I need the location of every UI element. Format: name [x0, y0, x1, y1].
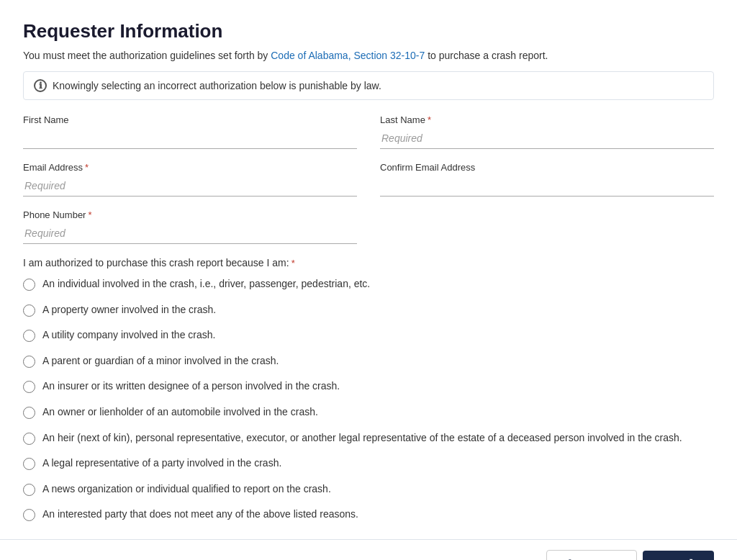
info-icon: ℹ: [34, 79, 47, 92]
intro-text: You must meet the authorization guidelin…: [23, 50, 714, 61]
radio-input-5[interactable]: [23, 407, 35, 419]
radio-input-1[interactable]: [23, 304, 35, 317]
previous-button[interactable]: ❮ Previous: [546, 550, 637, 560]
radio-label-2: A utility company involved in the crash.: [42, 328, 215, 343]
radio-label-0: An individual involved in the crash, i.e…: [42, 277, 370, 292]
radio-input-3[interactable]: [23, 356, 35, 368]
radio-input-8[interactable]: [23, 484, 35, 496]
phone-label: Phone Number*: [23, 209, 357, 220]
radio-label-8: A news organization or individual qualif…: [42, 482, 331, 497]
radio-input-6[interactable]: [23, 433, 35, 445]
email-group: Email Address*: [23, 162, 357, 197]
radio-item[interactable]: A news organization or individual qualif…: [23, 482, 714, 500]
email-input[interactable]: [23, 176, 357, 197]
authorization-label: I am authorized to purchase this crash r…: [23, 257, 714, 268]
radio-input-9[interactable]: [23, 509, 35, 521]
info-banner: ℹ Knowingly selecting an incorrect autho…: [23, 71, 714, 100]
confirm-email-group: Confirm Email Address: [380, 162, 714, 197]
footer-bar: ❮ Previous Next ❯: [0, 539, 737, 560]
first-name-input[interactable]: [23, 128, 357, 149]
next-button[interactable]: Next ❯: [643, 551, 714, 560]
confirm-email-label: Confirm Email Address: [380, 162, 714, 173]
email-required: *: [85, 162, 89, 173]
radio-input-2[interactable]: [23, 330, 35, 342]
info-banner-text: Knowingly selecting an incorrect authori…: [53, 80, 381, 91]
radio-input-0[interactable]: [23, 279, 35, 291]
radio-label-4: An insurer or its written designee of a …: [42, 379, 340, 394]
last-name-required: *: [428, 114, 431, 125]
authorization-radio-group: An individual involved in the crash, i.e…: [23, 277, 714, 525]
authorization-required: *: [291, 258, 295, 268]
radio-item[interactable]: An interested party that does not meet a…: [23, 507, 714, 525]
radio-item[interactable]: An insurer or its written designee of a …: [23, 379, 714, 397]
phone-required: *: [88, 209, 91, 220]
first-name-label: First Name: [23, 114, 357, 125]
phone-input[interactable]: [23, 223, 357, 244]
confirm-email-input[interactable]: [380, 176, 714, 197]
radio-item[interactable]: A legal representative of a party involv…: [23, 456, 714, 474]
phone-group: Phone Number*: [23, 209, 357, 244]
radio-item[interactable]: A property owner involved in the crash.: [23, 303, 714, 320]
radio-item[interactable]: An individual involved in the crash, i.e…: [23, 277, 714, 294]
radio-label-9: An interested party that does not meet a…: [42, 507, 358, 522]
alabama-code-link[interactable]: Code of Alabama, Section 32-10-7: [271, 50, 425, 61]
email-label: Email Address*: [23, 162, 357, 173]
radio-item[interactable]: A utility company involved in the crash.: [23, 328, 714, 346]
last-name-group: Last Name*: [380, 114, 714, 149]
radio-item[interactable]: An owner or lienholder of an automobile …: [23, 405, 714, 423]
radio-input-4[interactable]: [23, 381, 35, 393]
page-title: Requester Information: [23, 20, 714, 42]
radio-label-6: An heir (next of kin), personal represen…: [42, 431, 682, 446]
radio-label-5: An owner or lienholder of an automobile …: [42, 405, 318, 420]
radio-item[interactable]: A parent or guardian of a minor involved…: [23, 354, 714, 371]
last-name-input[interactable]: [380, 128, 714, 149]
radio-input-7[interactable]: [23, 458, 35, 470]
last-name-label: Last Name*: [380, 114, 714, 125]
radio-label-1: A property owner involved in the crash.: [42, 303, 216, 317]
radio-item[interactable]: An heir (next of kin), personal represen…: [23, 431, 714, 448]
first-name-group: First Name: [23, 114, 357, 149]
radio-label-7: A legal representative of a party involv…: [42, 456, 281, 471]
radio-label-3: A parent or guardian of a minor involved…: [42, 354, 279, 369]
